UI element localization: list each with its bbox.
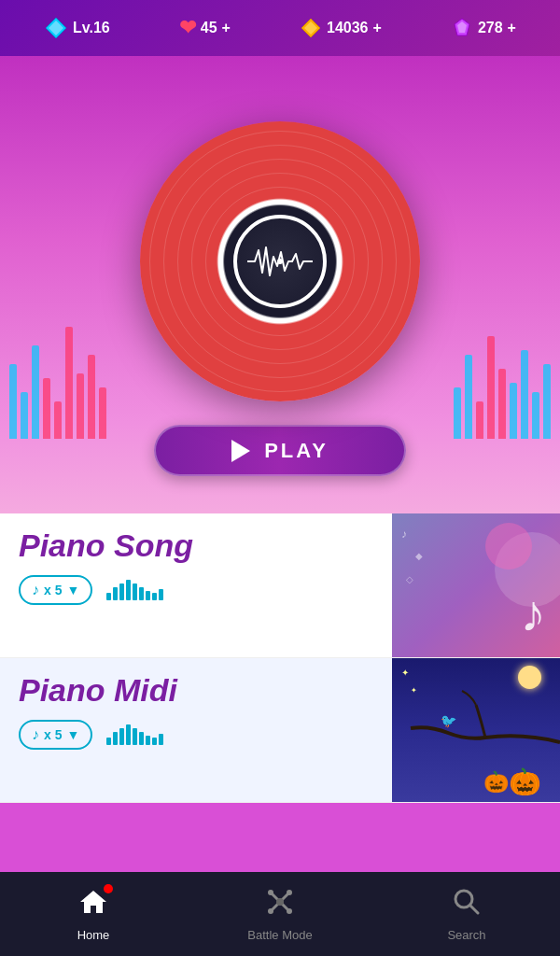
piano-midi-note-badge[interactable]: ♪ x 5 ▼ bbox=[19, 720, 92, 750]
piano-song-controls: ♪ x 5 ▼ bbox=[19, 575, 541, 605]
coins-stat: 14036 + bbox=[300, 17, 382, 39]
eq-bars-right bbox=[454, 336, 551, 439]
cards-section: Piano Song ♪ x 5 ▼ bbox=[0, 513, 560, 803]
coin-icon bbox=[300, 17, 322, 39]
vinyl-record bbox=[140, 121, 420, 401]
battle-nav-icon bbox=[265, 887, 295, 923]
piano-midi-title: Piano Midi bbox=[19, 672, 541, 709]
music-note-icon: ♪ bbox=[32, 582, 39, 598]
svg-point-15 bbox=[276, 898, 284, 906]
piano-song-title: Piano Song bbox=[19, 527, 541, 564]
coins-plus[interactable]: + bbox=[372, 20, 381, 36]
gems-count: 278 bbox=[478, 20, 503, 36]
svg-point-13 bbox=[268, 908, 273, 914]
hearts-count: 45 bbox=[201, 20, 217, 36]
search-label: Search bbox=[447, 928, 485, 942]
gems-plus[interactable]: + bbox=[508, 20, 516, 36]
hearts-stat: ❤ 45 + bbox=[179, 16, 231, 40]
battle-label: Battle Mode bbox=[247, 928, 312, 942]
battle-icon bbox=[265, 887, 295, 917]
nav-search[interactable]: Search bbox=[374, 887, 559, 942]
svg-point-12 bbox=[287, 890, 292, 895]
svg-marker-8 bbox=[80, 891, 106, 913]
nav-home[interactable]: Home bbox=[1, 887, 186, 942]
play-button[interactable]: PLAY bbox=[154, 425, 406, 476]
coins-count: 14036 bbox=[327, 20, 369, 36]
top-bar: Lv.16 ❤ 45 + 14036 + 278 + bbox=[0, 0, 560, 56]
piano-song-note-badge[interactable]: ♪ x 5 ▼ bbox=[19, 575, 92, 605]
pumpkin-icon-2: 🎃 bbox=[483, 770, 509, 794]
piano-midi-content: Piano Midi ♪ x 5 ▼ bbox=[19, 672, 541, 750]
waveform-icon bbox=[247, 243, 313, 280]
search-nav-icon bbox=[452, 887, 482, 923]
hero-section: PLAY bbox=[0, 56, 560, 513]
piano-midi-card[interactable]: Piano Midi ♪ x 5 ▼ bbox=[0, 658, 560, 803]
piano-song-content: Piano Song ♪ x 5 ▼ bbox=[19, 527, 541, 605]
notification-dot bbox=[104, 884, 113, 893]
note-count-label: x 5 bbox=[44, 583, 62, 598]
note-count-label-2: x 5 bbox=[44, 727, 62, 742]
gem-icon bbox=[451, 17, 473, 39]
search-icon bbox=[452, 887, 482, 917]
chevron-down-icon-2: ▼ bbox=[66, 727, 79, 742]
heart-icon: ❤ bbox=[179, 16, 196, 40]
home-label: Home bbox=[77, 928, 110, 942]
level-label: Lv.16 bbox=[73, 20, 110, 36]
svg-point-14 bbox=[287, 908, 292, 914]
play-triangle-icon bbox=[231, 440, 250, 462]
svg-point-11 bbox=[268, 890, 273, 895]
nav-battle[interactable]: Battle Mode bbox=[188, 887, 372, 942]
eq-bars-left bbox=[9, 327, 106, 439]
svg-point-6 bbox=[277, 259, 283, 264]
vinyl-center bbox=[233, 215, 327, 308]
equalizer-icon-2[interactable] bbox=[106, 724, 163, 745]
play-label: PLAY bbox=[264, 439, 329, 463]
gems-stat: 278 + bbox=[451, 17, 516, 39]
pumpkin-icon: 🎃 bbox=[509, 766, 541, 797]
svg-line-17 bbox=[470, 906, 478, 913]
chevron-down-icon: ▼ bbox=[66, 583, 79, 598]
music-note-icon-2: ♪ bbox=[32, 726, 39, 743]
level-diamond-icon bbox=[44, 16, 68, 40]
piano-song-card[interactable]: Piano Song ♪ x 5 ▼ bbox=[0, 513, 560, 658]
equalizer-icon[interactable] bbox=[106, 580, 163, 600]
piano-midi-controls: ♪ x 5 ▼ bbox=[19, 720, 541, 750]
home-nav-icon bbox=[78, 887, 108, 923]
hearts-plus[interactable]: + bbox=[222, 20, 231, 36]
bottom-nav: Home Battle Mode Search bbox=[0, 872, 560, 956]
level-stat: Lv.16 bbox=[44, 16, 110, 40]
